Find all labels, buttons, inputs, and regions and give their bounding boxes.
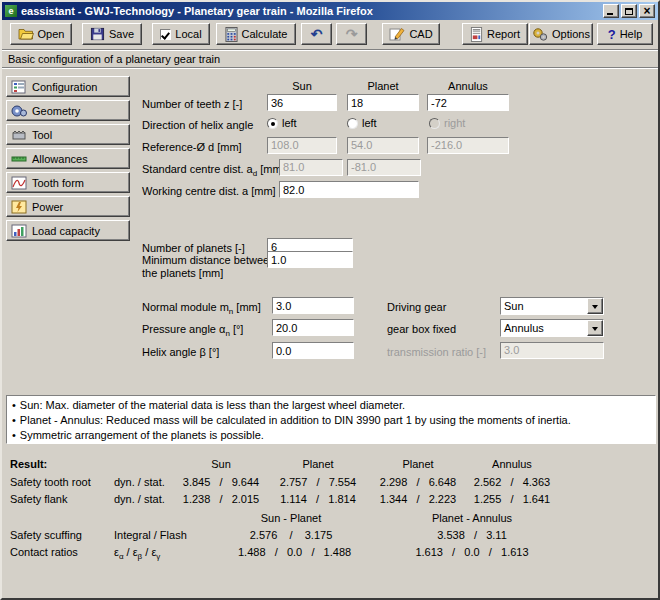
sidebar-item-tooth-form[interactable]: Tooth form [6,172,130,193]
reference-planet-field: 54.0 [347,137,419,154]
save-label: Save [109,28,134,40]
flank-sun-value: 1.238 / 2.015 [174,493,268,505]
result-col-planet-1: Planet [270,458,366,470]
number-of-planets-label: Number of planets [-] [142,242,245,254]
window-title: eassistant - GWJ-Technology - Planetary … [21,5,599,17]
pair-col-planet-annulus: Planet - Annulus [410,512,534,524]
teeth-sun-input[interactable] [267,94,337,111]
bullet-icon: • [12,429,16,441]
options-label: Options [552,28,590,40]
driving-gear-value: Sun [501,298,587,314]
flank-annulus-value: 1.255 / 1.641 [462,493,562,505]
radio-disabled-icon [429,118,440,129]
working-centre-distance-label: Working centre dist. a [mm] [142,185,276,197]
sidebar-item-power[interactable]: Power [6,196,130,217]
message-line: •Symmetric arrangement of the planets is… [12,428,650,443]
sidebar-item-geometry[interactable]: Geometry [6,100,130,121]
geometry-icon [11,104,27,118]
tooth-root-annulus-value: 2.562 / 4.363 [462,476,562,488]
helix-right-annulus-radio-label: right [444,117,465,129]
pressure-angle-input[interactable] [272,319,354,336]
pressure-angle-label: Pressure angle αn [°] [142,323,243,338]
reference-sun-field: 108.0 [267,137,337,154]
result-header-row: Result: Sun Planet Planet Annulus [2,458,658,472]
working-centre-distance-input[interactable] [279,181,419,198]
maximize-button[interactable] [621,4,637,18]
radio-unselected-icon[interactable] [347,118,358,129]
helix-angle-label: Helix angle β [°] [142,346,219,358]
minimize-button[interactable] [603,4,619,18]
calculate-button[interactable]: Calculate [216,23,296,45]
contact-sun-planet-value: 1.488 / 0.0 / 1.488 [238,546,344,558]
undo-icon: ↶ [311,27,323,41]
sidebar-item-load-capacity[interactable]: Load capacity [6,220,130,241]
safety-tooth-root-row: Safety tooth root dyn. / stat. 3.845 / 9… [2,476,658,490]
report-document-icon [470,27,483,42]
helix-left-planet-radio[interactable]: left [347,116,377,130]
report-button[interactable]: Report [462,23,528,45]
sidebar-item-label: Tooth form [32,177,84,189]
cad-button[interactable]: CAD [382,23,440,45]
safety-tooth-root-mode: dyn. / stat. [114,476,165,488]
options-button[interactable]: Options [529,23,593,45]
help-button[interactable]: ? Help [597,23,653,45]
cad-label: CAD [409,28,432,40]
standard-centre-planet-annulus-field: -81.0 [347,159,421,176]
sidebar-item-allowances[interactable]: Allowances [6,148,130,169]
reference-diameter-label: Reference-Ø d [mm] [142,141,242,153]
undo-button[interactable]: ↶ [301,23,332,45]
gear-box-fixed-dropdown-button[interactable] [587,320,603,336]
configuration-icon [11,80,27,94]
safety-tooth-root-label: Safety tooth root [10,476,91,488]
heading-separator [2,67,658,69]
sidebar-item-configuration[interactable]: Configuration [6,76,130,97]
contact-ratios-label: Contact ratios [10,546,78,558]
sidebar-item-label: Configuration [32,81,97,93]
power-icon [11,200,27,214]
checkbox-checked-icon[interactable] [160,29,171,40]
sidebar-item-tool[interactable]: Tool [6,124,130,145]
teeth-annulus-input[interactable] [427,94,509,111]
helix-left-sun-radio[interactable]: left [267,116,297,130]
helix-angle-input[interactable] [272,342,354,359]
normal-module-label: Normal module mn [mm] [142,301,261,316]
driving-gear-dropdown-button[interactable] [587,298,603,314]
pair-col-sun-planet: Sun - Planet [238,512,344,524]
minimum-distance-input[interactable] [267,251,353,268]
chevron-down-icon [592,327,598,334]
tooth-root-sun-value: 3.845 / 9.644 [174,476,268,488]
open-button[interactable]: Open [10,23,72,45]
helix-direction-label: Direction of helix angle [142,119,253,131]
flank-planet2-value: 1.344 / 2.223 [370,493,466,505]
gear-box-fixed-select[interactable]: Annulus [500,319,604,337]
driving-gear-select[interactable]: Sun [500,297,604,315]
result-col-annulus: Annulus [462,458,562,470]
safety-scuffing-mode: Integral / Flash [114,529,187,541]
column-header-planet: Planet [347,80,419,92]
local-toggle-button[interactable]: Local [152,23,210,45]
app-icon-glyph: e [8,6,13,16]
close-icon: × [643,5,650,17]
gear-icon [532,27,548,42]
sidebar-item-label: Allowances [32,153,88,165]
safety-scuffing-row: Safety scuffing Integral / Flash 2.576 /… [2,529,658,543]
cad-pencil-icon [389,27,405,41]
teeth-planet-input[interactable] [347,94,419,111]
gear-box-fixed-value: Annulus [501,320,587,336]
help-label: Help [620,28,643,40]
safety-flank-mode: dyn. / stat. [114,493,165,505]
scuffing-planet-annulus-value: 3.538 / 3.11 [410,529,534,541]
normal-module-input[interactable] [272,297,354,314]
tool-cutter-icon [11,128,27,142]
contact-ratio-symbols: εα / εβ / εγ [114,546,160,561]
transmission-ratio-label: transmission ratio [-] [387,346,486,358]
titlebar[interactable]: e eassistant - GWJ-Technology - Planetar… [2,2,658,20]
help-icon: ? [608,27,616,42]
save-button[interactable]: Save [82,23,142,45]
tooth-root-planet2-value: 2.298 / 6.648 [370,476,466,488]
close-button[interactable]: × [639,4,655,18]
bullet-icon: • [12,399,16,411]
helix-left-sun-radio-label: left [282,117,297,129]
toolbar: Open Save Local Calculate ↶ ↷ [2,20,658,49]
radio-selected-icon[interactable] [267,118,278,129]
